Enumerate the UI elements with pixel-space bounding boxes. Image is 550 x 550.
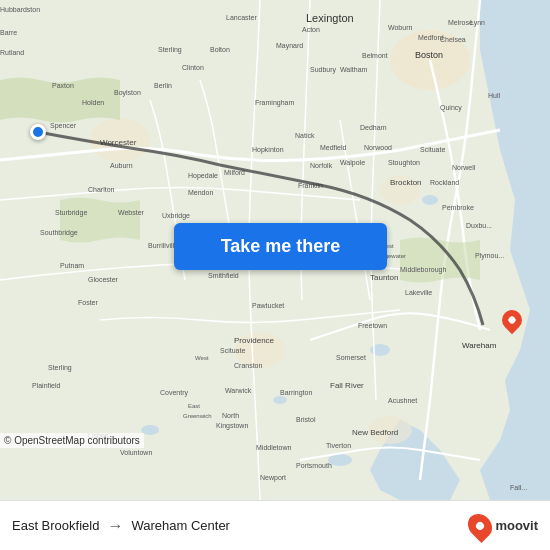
svg-text:Wareham: Wareham	[462, 341, 497, 350]
svg-text:Sudbury: Sudbury	[310, 66, 337, 74]
svg-text:Holden: Holden	[82, 99, 104, 106]
svg-text:Clinton: Clinton	[182, 64, 204, 71]
svg-text:Auburn: Auburn	[110, 162, 133, 169]
svg-text:Charlton: Charlton	[88, 186, 115, 193]
svg-text:Paxton: Paxton	[52, 82, 74, 89]
svg-text:Cranston: Cranston	[234, 362, 263, 369]
svg-text:Glocester: Glocester	[88, 276, 119, 283]
svg-text:Natick: Natick	[295, 132, 315, 139]
svg-text:Boston: Boston	[415, 50, 443, 60]
svg-text:Melrose: Melrose	[448, 19, 473, 26]
svg-text:Maynard: Maynard	[276, 42, 303, 50]
svg-point-3	[273, 396, 287, 404]
svg-text:Duxbu...: Duxbu...	[466, 222, 492, 229]
svg-text:Plainfield: Plainfield	[32, 382, 61, 389]
svg-text:Somerset: Somerset	[336, 354, 366, 361]
svg-text:North: North	[222, 412, 239, 419]
svg-text:Framingham: Framingham	[255, 99, 294, 107]
svg-text:Brockton: Brockton	[390, 178, 422, 187]
svg-text:Mendon: Mendon	[188, 189, 213, 196]
svg-text:Rutland: Rutland	[0, 49, 24, 56]
svg-text:Southbridge: Southbridge	[40, 229, 78, 237]
moovit-logo: moovit	[469, 513, 538, 539]
svg-text:Fall River: Fall River	[330, 381, 364, 390]
svg-text:Barrington: Barrington	[280, 389, 312, 397]
svg-text:Barre: Barre	[0, 29, 17, 36]
destination-label: Wareham Center	[131, 518, 230, 533]
origin-label: East Brookfield	[12, 518, 99, 533]
svg-text:Sterling: Sterling	[48, 364, 72, 372]
svg-text:Waltham: Waltham	[340, 66, 368, 73]
svg-text:Boylston: Boylston	[114, 89, 141, 97]
svg-text:Webster: Webster	[118, 209, 145, 216]
svg-text:Freetown: Freetown	[358, 322, 387, 329]
svg-text:Tiverton: Tiverton	[326, 442, 351, 449]
svg-text:Hopedale: Hopedale	[188, 172, 218, 180]
svg-text:Uxbridge: Uxbridge	[162, 212, 190, 220]
map-container: Boston Chelsea Lynn Quincy Hull Brockton…	[0, 0, 550, 500]
svg-text:Portsmouth: Portsmouth	[296, 462, 332, 469]
svg-text:Providence: Providence	[234, 336, 275, 345]
svg-text:Walpole: Walpole	[340, 159, 365, 167]
svg-text:Taunton: Taunton	[370, 273, 398, 282]
svg-text:Dedham: Dedham	[360, 124, 387, 131]
svg-text:Acton: Acton	[302, 26, 320, 33]
svg-text:Norwood: Norwood	[364, 144, 392, 151]
svg-text:Belmont: Belmont	[362, 52, 388, 59]
moovit-brand-name: moovit	[495, 518, 538, 533]
svg-text:Acushnet: Acushnet	[388, 397, 417, 404]
svg-text:Pembroke: Pembroke	[442, 204, 474, 211]
svg-text:Medfield: Medfield	[320, 144, 347, 151]
svg-text:Sturbridge: Sturbridge	[55, 209, 87, 217]
svg-text:Scituate: Scituate	[220, 347, 245, 354]
svg-text:Middletown: Middletown	[256, 444, 292, 451]
svg-text:Chelsea: Chelsea	[440, 36, 466, 43]
take-me-there-button[interactable]: Take me there	[174, 223, 387, 270]
origin-pin	[30, 124, 46, 140]
svg-text:Norwell: Norwell	[452, 164, 476, 171]
svg-text:Kingstown: Kingstown	[216, 422, 248, 430]
svg-text:Hull: Hull	[488, 92, 501, 99]
svg-text:New Bedford: New Bedford	[352, 428, 398, 437]
svg-text:Medford: Medford	[418, 34, 444, 41]
svg-text:Greenwich: Greenwich	[183, 413, 212, 419]
osm-attribution: © OpenStreetMap contributors	[0, 433, 144, 448]
svg-text:Foster: Foster	[78, 299, 99, 306]
footer-bar: East Brookfield → Wareham Center moovit	[0, 500, 550, 550]
svg-point-2	[370, 344, 390, 356]
svg-text:Smithfield: Smithfield	[208, 272, 239, 279]
svg-text:Warwick: Warwick	[225, 387, 252, 394]
svg-text:Fall...: Fall...	[510, 484, 527, 491]
svg-text:West: West	[195, 355, 209, 361]
svg-text:Bristol: Bristol	[296, 416, 316, 423]
svg-text:Woburn: Woburn	[388, 24, 412, 31]
svg-text:Middleborough: Middleborough	[400, 266, 446, 274]
svg-text:Lancaster: Lancaster	[226, 14, 257, 21]
svg-text:Coventry: Coventry	[160, 389, 189, 397]
destination-pin	[502, 310, 522, 336]
svg-text:Lakeville: Lakeville	[405, 289, 432, 296]
svg-text:Hopkinton: Hopkinton	[252, 146, 284, 154]
svg-text:Berlin: Berlin	[154, 82, 172, 89]
route-summary: East Brookfield → Wareham Center	[12, 517, 230, 535]
svg-text:Bolton: Bolton	[210, 46, 230, 53]
svg-text:Norfolk: Norfolk	[310, 162, 333, 169]
moovit-pin-icon	[463, 509, 497, 543]
svg-text:East: East	[188, 403, 200, 409]
svg-text:Scituate: Scituate	[420, 146, 445, 153]
svg-text:Rockland: Rockland	[430, 179, 459, 186]
svg-text:Newport: Newport	[260, 474, 286, 482]
svg-text:Quincy: Quincy	[440, 104, 462, 112]
svg-text:Hubbardston: Hubbardston	[0, 6, 40, 13]
svg-text:Putnam: Putnam	[60, 262, 84, 269]
svg-text:Stoughton: Stoughton	[388, 159, 420, 167]
svg-text:Pawtucket: Pawtucket	[252, 302, 284, 309]
svg-text:Voluntown: Voluntown	[120, 449, 152, 456]
svg-text:Sterling: Sterling	[158, 46, 182, 54]
svg-text:Plymou...: Plymou...	[475, 252, 504, 260]
route-arrow: →	[107, 517, 123, 535]
svg-point-1	[422, 195, 438, 205]
svg-text:Spencer: Spencer	[50, 122, 77, 130]
